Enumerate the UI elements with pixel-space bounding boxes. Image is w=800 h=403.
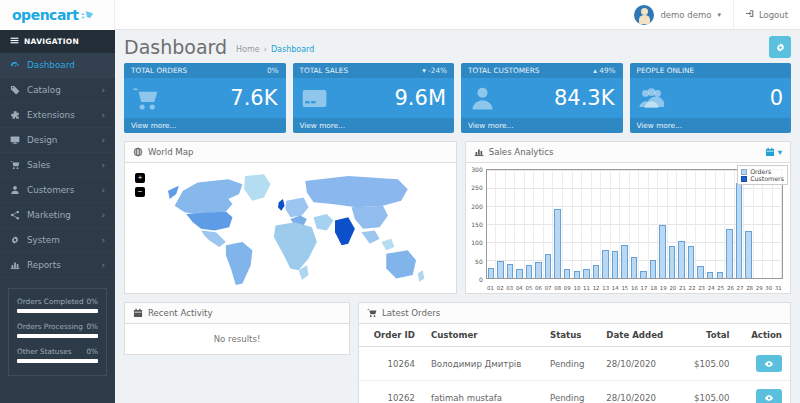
logout-button[interactable]: Logout [733, 0, 800, 29]
sidebar-stat: Orders Processing0% [17, 322, 98, 338]
chart-x-axis: 0102030405060708091011121314151617181920… [486, 285, 783, 291]
sidebar-item-label: Dashboard [27, 60, 75, 70]
users-icon [638, 85, 665, 112]
bar-orders-day-04 [516, 269, 522, 278]
chart-bar-slot [515, 170, 525, 278]
x-tick-label: 11 [582, 285, 592, 291]
order-date-added: 28/10/2020 [598, 347, 679, 381]
sidebar-stat: Orders Completed0% [17, 297, 98, 313]
sidebar-item-reports[interactable]: Reports› [0, 253, 115, 278]
stat-label: Other Statuses [17, 347, 72, 356]
order-row: 10262fatimah mustafaPending28/10/2020$10… [359, 381, 790, 403]
sidebar-item-sales[interactable]: Sales› [0, 153, 115, 178]
chart-bar-slot [706, 170, 716, 278]
sidebar-nav-header: NAVIGATION [0, 30, 115, 53]
dashboard-settings-button[interactable] [769, 36, 791, 58]
x-tick-label: 21 [678, 285, 688, 291]
latest-orders-panel-header: Latest Orders [359, 303, 790, 324]
sidebar-stat: Other Statuses0% [17, 347, 98, 363]
user-icon [469, 85, 496, 112]
breadcrumb: Home › Dashboard [236, 45, 314, 54]
cart-icon [10, 160, 20, 170]
gear-icon [775, 42, 786, 53]
monitor-icon [10, 135, 20, 145]
stat-progress-bar [17, 309, 98, 313]
sidebar-item-label: Design [27, 135, 57, 145]
map-zoom-in-button[interactable]: + [135, 173, 145, 183]
nav-title-label: NAVIGATION [24, 37, 79, 46]
breadcrumb-separator: › [264, 45, 267, 54]
bar-orders-day-26 [726, 229, 732, 278]
sidebar-item-extensions[interactable]: Extensions› [0, 103, 115, 128]
sales-analytics-panel-header: Sales Analytics ▾ [466, 142, 790, 163]
legend-swatch [741, 176, 747, 182]
share-icon [10, 210, 20, 220]
x-tick-label: 05 [524, 285, 534, 291]
view-order-button[interactable] [756, 355, 782, 372]
view-order-button[interactable] [756, 389, 782, 403]
chart-bar-slot [716, 170, 726, 278]
y-tick-label: 250 [471, 184, 482, 191]
chevron-right-icon: › [101, 135, 105, 145]
user-menu[interactable]: demo demo ▾ [622, 0, 732, 29]
gauge-icon [10, 60, 20, 70]
chart-bar-slot [573, 170, 583, 278]
chevron-right-icon: › [101, 210, 105, 220]
legend-entry-orders: Orders [741, 168, 784, 175]
sidebar-item-label: Sales [27, 160, 50, 170]
sidebar-item-dashboard[interactable]: Dashboard [0, 53, 115, 78]
chevron-down-icon: ▾ [778, 147, 782, 157]
bar-orders-day-07 [545, 254, 551, 278]
bars-icon [10, 260, 20, 270]
kpi-tile-people-online: PEOPLE ONLINE0View more... [630, 63, 792, 133]
chart-bar-slot [611, 170, 621, 278]
bar-orders-day-10 [574, 271, 580, 278]
tags-icon [10, 85, 20, 95]
sidebar-item-marketing[interactable]: Marketing› [0, 203, 115, 228]
latest-orders-table: Order IDCustomerStatusDate AddedTotalAct… [359, 324, 790, 403]
chart-range-button[interactable]: ▾ [765, 147, 782, 157]
tile-view-more-link[interactable]: View more... [630, 118, 792, 133]
recent-activity-empty: No results! [125, 324, 349, 354]
sidebar-order-stats: Orders Completed0%Orders Processing0%Oth… [8, 288, 107, 376]
tile-view-more-link[interactable]: View more... [461, 118, 623, 133]
y-tick-label: 50 [475, 257, 483, 264]
sales-analytics-panel: Sales Analytics ▾ 300250200150100500 Ord… [465, 141, 791, 294]
sidebar-item-system[interactable]: System› [0, 228, 115, 253]
x-tick-label: 18 [649, 285, 659, 291]
legend-label: Orders [750, 168, 771, 175]
x-tick-label: 29 [754, 285, 764, 291]
legend-swatch [741, 169, 747, 175]
y-tick-label: 200 [471, 202, 482, 209]
x-tick-label: 04 [515, 285, 525, 291]
user-avatar [634, 5, 654, 25]
tile-view-more-link[interactable]: View more... [124, 118, 286, 133]
breadcrumb-home[interactable]: Home [236, 45, 260, 54]
x-tick-label: 10 [572, 285, 582, 291]
chart-bar-slot [763, 170, 773, 278]
bar-orders-day-13 [602, 250, 608, 278]
chart-bar-slot [668, 170, 678, 278]
order-order-id: 10262 [359, 381, 423, 403]
column-header-date-added: Date Added [598, 324, 679, 347]
sidebar-item-customers[interactable]: Customers› [0, 178, 115, 203]
bar-orders-day-15 [621, 245, 627, 278]
chart-bar-slot [506, 170, 516, 278]
chart-bar-slot [687, 170, 697, 278]
user-name: demo demo [660, 10, 711, 20]
opencart-logo[interactable]: opencart [0, 0, 115, 30]
column-header-status: Status [542, 324, 598, 347]
tile-view-more-link[interactable]: View more... [293, 118, 455, 133]
order-date-added: 28/10/2020 [598, 381, 679, 403]
chart-bar-slot [744, 170, 754, 278]
chart-bar-slot [544, 170, 554, 278]
x-tick-label: 08 [553, 285, 563, 291]
sidebar-item-catalog[interactable]: Catalog› [0, 78, 115, 103]
sidebar-item-design[interactable]: Design› [0, 128, 115, 153]
x-tick-label: 12 [591, 285, 601, 291]
map-zoom-out-button[interactable]: − [135, 187, 145, 197]
stat-value: 0% [86, 297, 98, 306]
order-status: Pending [542, 381, 598, 403]
breadcrumb-current[interactable]: Dashboard [271, 45, 314, 54]
x-tick-label: 25 [716, 285, 726, 291]
